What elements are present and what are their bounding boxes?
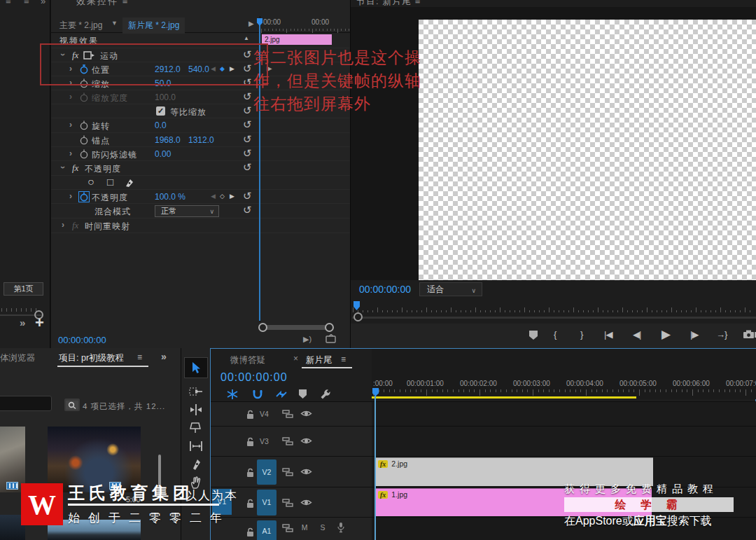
search-bin-icon[interactable] [64, 399, 80, 411]
previous-keyframe-icon[interactable]: ◀ [211, 193, 216, 200]
chevron-down-icon[interactable]: ▼ [111, 20, 118, 27]
antiflicker-row[interactable]: › 防闪烁滤镜 0.00 ↺ [51, 147, 350, 161]
reset-icon[interactable]: ↺ [243, 190, 252, 202]
reset-icon[interactable]: ↺ [243, 147, 252, 160]
effect-controls-timecode[interactable]: 00:00:00:00 [58, 335, 106, 345]
eye-icon[interactable] [300, 409, 312, 418]
go-to-out-icon[interactable]: →} [716, 329, 727, 340]
mark-in-icon[interactable]: { [554, 329, 556, 340]
expand-icon[interactable]: › [62, 220, 64, 230]
track-label[interactable]: V4 [260, 410, 269, 418]
next-keyframe-icon[interactable]: ▶ [230, 193, 234, 200]
collapse-icon[interactable]: ▲ [244, 35, 249, 41]
timeline-clip-2jpg[interactable]: fx2.jpg [375, 457, 653, 486]
track-label-targeted[interactable]: V1 [257, 490, 276, 515]
lock-icon[interactable] [246, 527, 255, 537]
panel-menu-icon[interactable]: ≡ [415, 0, 421, 6]
play-around-icon[interactable]: ▶) [303, 335, 312, 344]
tab-sequence-inactive[interactable]: 微博答疑 [230, 354, 265, 366]
zoom-handle-left[interactable] [258, 323, 267, 332]
checkbox-checked-icon[interactable]: ✓ [156, 106, 165, 116]
reset-icon[interactable]: ↺ [243, 118, 252, 131]
solo-button[interactable]: S [317, 523, 328, 532]
expand-icon[interactable]: › [58, 166, 68, 169]
lock-icon[interactable] [246, 499, 255, 508]
reset-icon[interactable]: ↺ [243, 104, 252, 117]
antiflicker-value[interactable]: 0.00 [155, 149, 171, 159]
opacity-value[interactable]: 100.0 % [155, 192, 186, 202]
overflow-icon[interactable]: » [41, 0, 46, 6]
tab-sequence-active[interactable]: 新片尾 [306, 354, 332, 366]
opacity-row[interactable]: › 不透明度 100.0 % ◀ ◇ ▶ ↺ [51, 190, 350, 204]
overflow-icon[interactable]: » [161, 351, 165, 362]
page-1-button[interactable]: 第1页 [4, 282, 43, 296]
close-icon[interactable]: × [293, 354, 298, 364]
add-icon[interactable]: + [35, 314, 44, 332]
step-back-icon[interactable]: ◀| [633, 329, 640, 340]
work-area-bar[interactable] [372, 396, 636, 399]
add-marker-icon[interactable] [299, 389, 307, 399]
anchor-y-value[interactable]: 1312.0 [188, 135, 214, 145]
ellipse-mask-icon[interactable]: ○ [88, 176, 94, 188]
eye-icon[interactable] [300, 436, 312, 445]
lock-icon[interactable] [246, 437, 255, 447]
track-select-forward-tool[interactable] [189, 385, 203, 399]
tab-project[interactable]: 项目: pr初级教程 [59, 352, 124, 364]
panel-menu-icon[interactable]: ≡ [122, 0, 130, 6]
clip-duration-chip[interactable]: 2.jpg [262, 34, 332, 45]
chevron-double-icon[interactable]: » [20, 317, 24, 328]
go-to-in-icon[interactable]: |◀ [604, 329, 612, 340]
sync-lock-icon[interactable] [282, 409, 293, 419]
add-marker-icon[interactable] [529, 331, 538, 340]
export-frame-icon[interactable] [743, 330, 755, 339]
blend-mode-select[interactable]: 正常∨ [155, 205, 219, 217]
zoom-handle-right[interactable] [325, 323, 334, 332]
selection-tool[interactable] [185, 358, 207, 378]
search-input[interactable] [0, 396, 52, 411]
reset-icon[interactable]: ↺ [243, 204, 252, 216]
expand-icon[interactable]: › [69, 92, 72, 102]
timeline-settings-wrench-icon[interactable] [320, 389, 332, 400]
track-label-targeted[interactable]: V2 [257, 459, 276, 485]
eye-icon[interactable] [300, 498, 312, 507]
rect-mask-icon[interactable]: □ [107, 176, 113, 188]
zoom-handle-icon[interactable] [354, 312, 363, 321]
tab-media-browser[interactable]: 体浏览器 [0, 352, 35, 364]
sync-lock-icon[interactable] [282, 498, 293, 508]
sequence-clip-tab[interactable]: 新片尾 * 2.jpg [122, 18, 185, 34]
eye-icon[interactable] [300, 467, 312, 476]
track-label-targeted[interactable]: A1 [257, 520, 276, 540]
snap-magnet-icon[interactable] [251, 389, 264, 400]
anchor-x-value[interactable]: 1968.0 [155, 135, 181, 145]
program-mini-ruler[interactable] [351, 301, 756, 314]
stopwatch-icon[interactable] [79, 135, 89, 145]
mini-timeline-zoombar[interactable] [261, 325, 331, 330]
lock-icon[interactable] [246, 468, 255, 478]
anchor-point-row[interactable]: 锚点 1968.0 1312.0 ↺ [51, 133, 350, 147]
project-item-thumbnail[interactable] [0, 427, 25, 492]
mute-button[interactable]: M [299, 523, 310, 532]
expand-icon[interactable]: › [69, 148, 72, 158]
track-v4-content[interactable] [372, 402, 756, 426]
step-forward-icon[interactable]: |▶ [690, 329, 698, 340]
panel-menu-icon[interactable]: ≡ [6, 0, 11, 6]
voiceover-mic-icon[interactable] [337, 522, 345, 533]
add-keyframe-icon[interactable]: ◇ [220, 193, 225, 200]
panel-menu-icon[interactable]: ≡ [341, 354, 346, 364]
sync-lock-icon[interactable] [282, 523, 293, 533]
sync-lock-icon[interactable] [282, 436, 293, 446]
source-clip-tab[interactable]: 主要 * 2.jpg [59, 20, 102, 32]
stopwatch-icon-active[interactable] [79, 192, 89, 202]
zoom-level-select[interactable]: 适合∨ [419, 282, 482, 296]
reset-icon[interactable]: ↺ [243, 90, 252, 103]
pen-mask-icon[interactable] [124, 178, 134, 188]
linked-selection-icon[interactable] [275, 389, 288, 400]
reset-icon[interactable]: ↺ [243, 161, 252, 174]
track-v3-content[interactable] [372, 427, 756, 456]
rotation-row[interactable]: › 旋转 0.0 ↺ [51, 118, 350, 133]
panel-menu-icon[interactable]: ≡ [137, 352, 142, 362]
reset-icon[interactable]: ↺ [243, 133, 252, 146]
lock-icon[interactable] [246, 410, 255, 420]
slip-tool[interactable] [189, 439, 203, 453]
playhead-line[interactable] [374, 388, 376, 540]
